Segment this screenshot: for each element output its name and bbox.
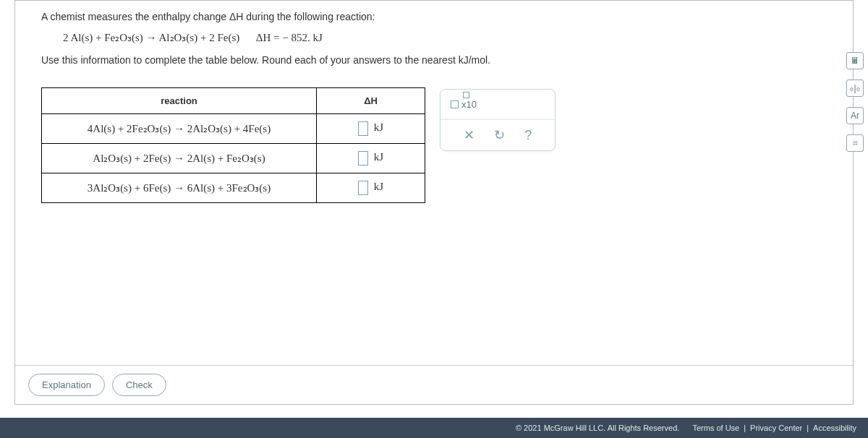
- dh-input-2[interactable]: [358, 151, 368, 166]
- clear-icon[interactable]: ✕: [464, 127, 475, 143]
- footer-sep: |: [744, 424, 746, 432]
- reaction-cell-1: 4Al(s) + 2Fe₂O₃(s) → 2Al₂O₃(s) + 4Fe(s): [42, 114, 317, 144]
- copyright-text: © 2021 McGraw Hill LLC. All Rights Reser…: [516, 424, 679, 432]
- dh-input-cell-1: kJ: [317, 114, 425, 144]
- periodic-ar-icon[interactable]: Ar: [846, 107, 864, 124]
- unit-label: kJ: [374, 181, 383, 192]
- reaction-formula: 2 Al(s) + Fe₂O₃(s) → Al₂O₃(s) + 2 Fe(s): [63, 32, 239, 43]
- sci-box-icon: [451, 100, 459, 108]
- check-button[interactable]: Check: [112, 374, 166, 396]
- question-intro: A chemist measures the enthalpy change Δ…: [41, 11, 827, 22]
- periodic-table-icon[interactable]: ⌗: [846, 134, 864, 152]
- instruction-text: Use this information to complete the tab…: [41, 54, 827, 66]
- given-reaction: 2 Al(s) + Fe₂O₃(s) → Al₂O₃(s) + 2 Fe(s) …: [63, 31, 827, 44]
- unit-label: kJ: [374, 151, 383, 163]
- footer-bar: © 2021 McGraw Hill LLC. All Rights Reser…: [0, 418, 868, 438]
- calculator-icon[interactable]: 🖩: [846, 52, 864, 69]
- dh-input-cell-3: kJ: [317, 173, 425, 203]
- dh-input-1[interactable]: [358, 121, 368, 136]
- table-row: 3Al₂O₃(s) + 6Fe(s) → 6Al(s) + 3Fe₂O₃(s) …: [42, 173, 425, 203]
- reaction-table: reaction ΔH 4Al(s) + 2Fe₂O₃(s) → 2Al₂O₃(…: [41, 87, 425, 203]
- question-area: A chemist measures the enthalpy change Δ…: [15, 1, 853, 87]
- keypad-actions: ✕ ↻ ?: [441, 120, 555, 150]
- scientific-notation-button[interactable]: x10: [441, 90, 555, 120]
- unit-label: kJ: [374, 121, 383, 133]
- reaction-cell-2: Al₂O₃(s) + 2Fe(s) → 2Al(s) + Fe₂O₃(s): [42, 144, 317, 173]
- keypad-panel: x10 ✕ ↻ ?: [440, 89, 556, 151]
- table-row: Al₂O₃(s) + 2Fe(s) → 2Al(s) + Fe₂O₃(s) kJ: [42, 144, 425, 173]
- graph-icon[interactable]: ₀|₀: [846, 80, 864, 97]
- accessibility-link[interactable]: Accessibility: [813, 424, 856, 432]
- table-row: 4Al(s) + 2Fe₂O₃(s) → 2Al₂O₃(s) + 4Fe(s) …: [42, 114, 425, 144]
- reset-icon[interactable]: ↻: [494, 127, 505, 143]
- header-dh: ΔH: [317, 88, 425, 114]
- explanation-button[interactable]: Explanation: [28, 374, 105, 396]
- question-panel: A chemist measures the enthalpy change Δ…: [14, 0, 854, 405]
- content-row: reaction ΔH 4Al(s) + 2Fe₂O₃(s) → 2Al₂O₃(…: [15, 87, 853, 203]
- sci-x10-icon: x10: [461, 99, 477, 110]
- reaction-cell-3: 3Al₂O₃(s) + 6Fe(s) → 6Al(s) + 3Fe₂O₃(s): [42, 173, 317, 203]
- side-toolbar: 🖩 ₀|₀ Ar ⌗: [845, 52, 865, 152]
- help-icon[interactable]: ?: [524, 128, 532, 143]
- footer-sep: |: [807, 424, 809, 432]
- header-reaction: reaction: [42, 88, 317, 114]
- privacy-link[interactable]: Privacy Center: [750, 424, 802, 432]
- terms-link[interactable]: Terms of Use: [692, 424, 739, 432]
- bottom-bar: Explanation Check: [15, 365, 853, 404]
- sci-x10-label: x10: [461, 99, 477, 110]
- dh-input-3[interactable]: [358, 181, 368, 195]
- given-dh: ΔH = − 852. kJ: [256, 32, 323, 43]
- dh-input-cell-2: kJ: [317, 144, 425, 173]
